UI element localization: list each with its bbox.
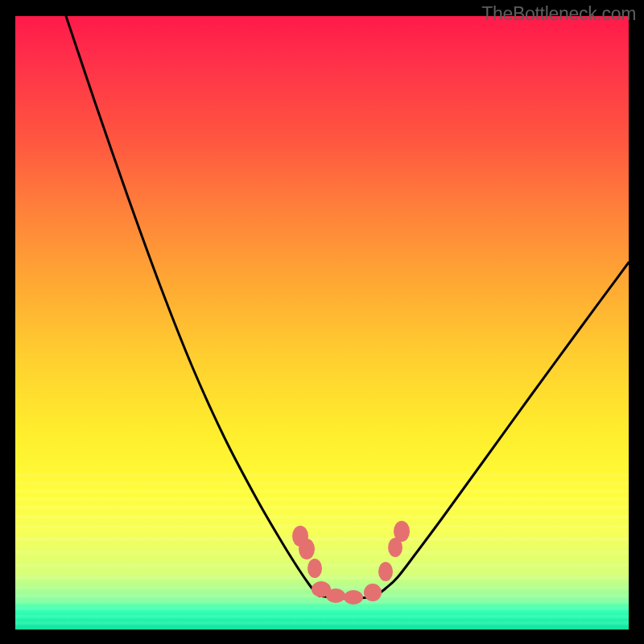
- chart-frame: [15, 16, 629, 630]
- gradient-background: [15, 16, 629, 630]
- watermark-text: TheBottleneck.com: [481, 3, 636, 25]
